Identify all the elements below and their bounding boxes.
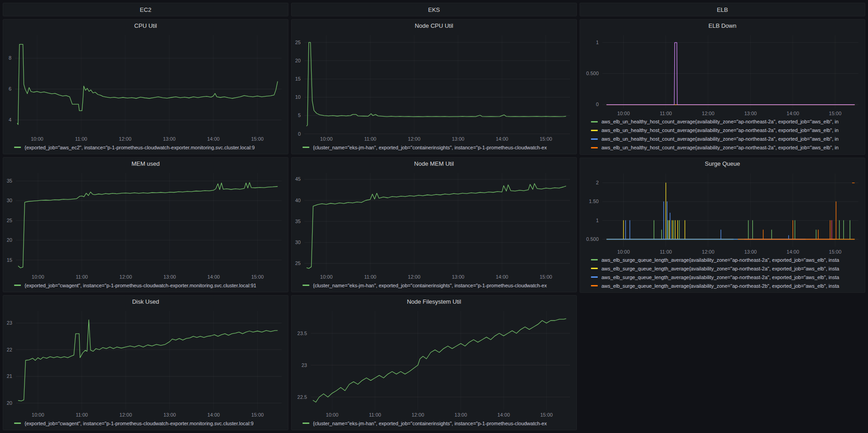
panel-title[interactable]: CPU Util bbox=[3, 20, 288, 31]
panel-title[interactable]: Node MEM Util bbox=[292, 158, 576, 169]
svg-text:10:00: 10:00 bbox=[326, 412, 338, 418]
legend-item[interactable]: aws_elb_surge_queue_length_average{avail… bbox=[591, 264, 862, 273]
legend-color-icon bbox=[303, 147, 309, 148]
legend-item[interactable]: {exported_job="cwagent", instance="p-1-p… bbox=[14, 281, 285, 290]
svg-text:21: 21 bbox=[7, 373, 12, 379]
legend-item[interactable]: {cluster_name="eks-jm-han", exported_job… bbox=[303, 143, 574, 152]
svg-text:25: 25 bbox=[295, 260, 301, 266]
legend-label[interactable]: {exported_job="cwagent", instance="p-1-p… bbox=[25, 421, 253, 426]
row-header-elb[interactable]: ELB bbox=[580, 3, 865, 16]
row-title: EKS bbox=[428, 6, 440, 13]
svg-text:12:00: 12:00 bbox=[119, 136, 131, 142]
svg-text:11:00: 11:00 bbox=[364, 136, 376, 142]
legend-item[interactable]: {cluster_name="eks-jm-han", exported_job… bbox=[303, 281, 574, 290]
chart-canvas[interactable]: 00.500110:0011:0012:0013:0014:0015:00 bbox=[580, 31, 865, 117]
svg-text:10:00: 10:00 bbox=[320, 136, 333, 142]
legend-label[interactable]: aws_elb_surge_queue_length_average{avail… bbox=[601, 275, 839, 280]
chart-canvas[interactable]: 253035404510:0011:0012:0013:0014:0015:00 bbox=[292, 169, 576, 281]
svg-text:15:00: 15:00 bbox=[540, 412, 553, 418]
svg-text:13:00: 13:00 bbox=[744, 249, 757, 255]
legend-color-icon bbox=[591, 121, 598, 122]
panel-title[interactable]: Surge Queue bbox=[580, 158, 865, 170]
svg-text:14:00: 14:00 bbox=[207, 274, 220, 280]
svg-text:1: 1 bbox=[596, 217, 599, 223]
chart-area[interactable]: 253035404510:0011:0012:0013:0014:0015:00 bbox=[292, 169, 576, 281]
legend-item[interactable]: aws_elb_un_healthy_host_count_average{av… bbox=[591, 143, 862, 152]
legend-item[interactable]: {cluster_name="eks-jm-han", exported_job… bbox=[303, 419, 574, 428]
legend-item[interactable]: aws_elb_un_healthy_host_count_average{av… bbox=[591, 117, 862, 126]
legend-item[interactable]: aws_elb_surge_queue_length_average{avail… bbox=[591, 281, 862, 290]
svg-text:10:00: 10:00 bbox=[320, 274, 333, 280]
legend-label[interactable]: aws_elb_un_healthy_host_count_average{av… bbox=[601, 136, 838, 142]
grafana-dashboard: EC2 CPU Util 46810:0011:0012:0013:0014:0… bbox=[0, 0, 868, 433]
chart-area[interactable]: 152025303510:0011:0012:0013:0014:0015:00 bbox=[3, 169, 288, 281]
svg-text:15:00: 15:00 bbox=[251, 136, 264, 142]
row-header-ec2[interactable]: EC2 bbox=[3, 3, 288, 16]
chart-area[interactable]: 46810:0011:0012:0013:0014:0015:00 bbox=[3, 31, 288, 143]
svg-text:0.500: 0.500 bbox=[586, 236, 599, 242]
chart-area[interactable]: 0.50011.50210:0011:0012:0013:0014:0015:0… bbox=[580, 170, 865, 256]
legend-label[interactable]: aws_elb_un_healthy_host_count_average{av… bbox=[601, 127, 838, 133]
svg-text:20: 20 bbox=[7, 400, 12, 406]
legend-label[interactable]: {exported_job="aws_ec2", instance="p-1-p… bbox=[25, 145, 255, 150]
legend-item[interactable]: aws_elb_un_healthy_host_count_average{av… bbox=[591, 135, 862, 143]
legend-color-icon bbox=[14, 423, 21, 424]
svg-text:2: 2 bbox=[596, 180, 599, 185]
legend-label[interactable]: aws_elb_surge_queue_length_average{avail… bbox=[601, 266, 839, 271]
panel-cpu-util: CPU Util 46810:0011:0012:0013:0014:0015:… bbox=[3, 19, 288, 154]
legend-label[interactable]: {cluster_name="eks-jm-han", exported_job… bbox=[313, 421, 547, 426]
legend-item[interactable]: aws_elb_un_healthy_host_count_average{av… bbox=[591, 126, 862, 135]
svg-text:15: 15 bbox=[7, 257, 12, 263]
legend-label[interactable]: {exported_job="cwagent", instance="p-1-p… bbox=[25, 283, 256, 288]
empty-dashboard-cell bbox=[580, 295, 865, 430]
panel-title[interactable]: Node CPU Util bbox=[292, 20, 576, 31]
row-title: ELB bbox=[717, 6, 728, 13]
legend-label[interactable]: aws_elb_un_healthy_host_count_average{av… bbox=[601, 145, 838, 150]
svg-text:13:00: 13:00 bbox=[744, 111, 757, 116]
legend-color-icon bbox=[591, 130, 598, 131]
svg-text:11:00: 11:00 bbox=[75, 136, 87, 142]
legend-item[interactable]: aws_elb_surge_queue_length_average{avail… bbox=[591, 273, 862, 281]
chart-area[interactable]: 00.500110:0011:0012:0013:0014:0015:00 bbox=[580, 31, 865, 117]
svg-text:23.5: 23.5 bbox=[298, 331, 307, 336]
chart-canvas[interactable]: 0.50011.50210:0011:0012:0013:0014:0015:0… bbox=[580, 170, 865, 256]
legend-color-icon bbox=[591, 276, 598, 278]
panel-node-filesystem-util: Node Filesystem Util 22.52323.510:0011:0… bbox=[291, 295, 577, 430]
legend-color-icon bbox=[14, 285, 21, 286]
legend-label[interactable]: {cluster_name="eks-jm-han", exported_job… bbox=[313, 145, 547, 150]
legend-label[interactable]: aws_elb_surge_queue_length_average{avail… bbox=[601, 257, 839, 263]
panel-title[interactable]: ELB Down bbox=[580, 20, 865, 31]
svg-text:1.50: 1.50 bbox=[589, 199, 599, 204]
legend-item[interactable]: {exported_job="cwagent", instance="p-1-p… bbox=[14, 419, 285, 428]
legend: {cluster_name="eks-jm-han", exported_job… bbox=[292, 419, 576, 430]
svg-text:13:00: 13:00 bbox=[163, 412, 176, 418]
svg-text:20: 20 bbox=[7, 237, 12, 243]
legend-label[interactable]: {cluster_name="eks-jm-han", exported_job… bbox=[313, 283, 547, 288]
chart-canvas[interactable]: 46810:0011:0012:0013:0014:0015:00 bbox=[3, 31, 288, 143]
legend-item[interactable]: aws_elb_surge_queue_length_average{avail… bbox=[591, 255, 862, 264]
svg-text:12:00: 12:00 bbox=[702, 249, 715, 255]
chart-canvas[interactable]: 152025303510:0011:0012:0013:0014:0015:00 bbox=[3, 169, 288, 281]
panel-title[interactable]: Disk Used bbox=[3, 295, 288, 307]
svg-text:30: 30 bbox=[7, 198, 12, 203]
legend: {exported_job="aws_ec2", instance="p-1-p… bbox=[3, 143, 288, 154]
svg-text:23: 23 bbox=[7, 320, 12, 326]
legend-label[interactable]: aws_elb_surge_queue_length_average{avail… bbox=[601, 283, 839, 289]
svg-text:13:00: 13:00 bbox=[452, 136, 464, 142]
chart-area[interactable]: 22.52323.510:0011:0012:0013:0014:0015:00 bbox=[292, 307, 576, 419]
row-header-eks[interactable]: EKS bbox=[291, 3, 577, 16]
legend-color-icon bbox=[591, 259, 598, 260]
svg-text:25: 25 bbox=[7, 218, 12, 223]
svg-text:30: 30 bbox=[295, 239, 301, 245]
chart-area[interactable]: 2021222310:0011:0012:0013:0014:0015:00 bbox=[3, 307, 288, 419]
panel-title[interactable]: MEM used bbox=[3, 158, 288, 169]
chart-canvas[interactable]: 2021222310:0011:0012:0013:0014:0015:00 bbox=[3, 307, 288, 419]
panel-title[interactable]: Node Filesystem Util bbox=[292, 295, 576, 307]
legend-label[interactable]: aws_elb_un_healthy_host_count_average{av… bbox=[601, 119, 838, 124]
panel-elb-down: ELB Down 00.500110:0011:0012:0013:0014:0… bbox=[580, 19, 865, 155]
chart-area[interactable]: 051015202510:0011:0012:0013:0014:0015:00 bbox=[292, 31, 576, 143]
svg-text:10:00: 10:00 bbox=[32, 274, 45, 280]
legend-item[interactable]: {exported_job="aws_ec2", instance="p-1-p… bbox=[14, 143, 285, 152]
chart-canvas[interactable]: 051015202510:0011:0012:0013:0014:0015:00 bbox=[292, 31, 576, 143]
chart-canvas[interactable]: 22.52323.510:0011:0012:0013:0014:0015:00 bbox=[292, 307, 576, 419]
